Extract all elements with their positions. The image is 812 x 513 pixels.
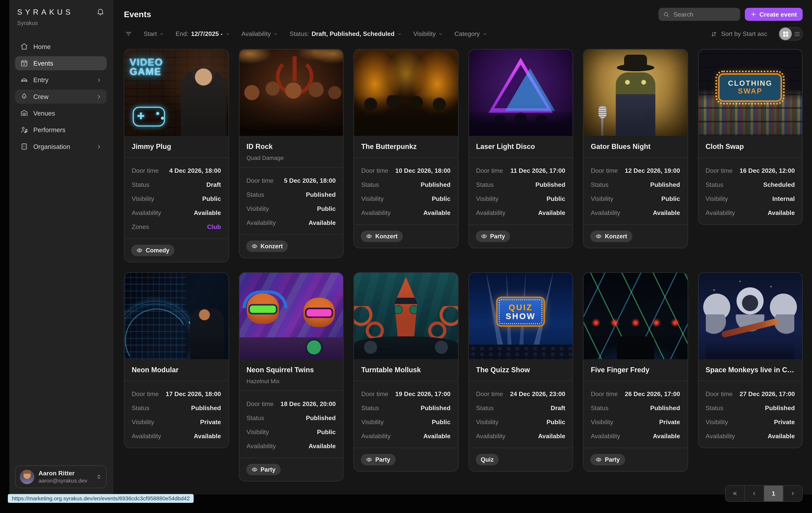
tag-eye-icon (137, 247, 143, 254)
availability-row: Availability Available (361, 209, 451, 217)
status-row: Status Published (361, 181, 451, 189)
event-card[interactable]: QUIZ SHOW The Quizz Show Door time 24 De… (468, 272, 573, 472)
search-input[interactable] (672, 10, 735, 19)
event-card[interactable]: ID Rock Quad Damage Door time 5 Dec 2026… (239, 49, 344, 258)
sidebar-item-venues[interactable]: Venues (15, 106, 107, 120)
event-subtitle: Quad Damage (246, 155, 336, 161)
field-label: Visibility (361, 419, 384, 426)
next-page-button[interactable] (783, 486, 802, 502)
tag-label: Party (490, 233, 505, 239)
event-card-header: Neon Modular (124, 360, 228, 381)
sidebar-item-label: Organisation (33, 143, 70, 150)
event-art-layer (706, 314, 794, 359)
sidebar-item-label: Home (33, 43, 51, 50)
grid-view-button[interactable] (779, 28, 792, 40)
field-value: Public (547, 195, 565, 203)
sidebar-item-home[interactable]: Home (15, 39, 107, 54)
filter-availability[interactable]: Availability (241, 30, 278, 37)
event-tag-footer: Konzert (583, 225, 687, 248)
search-box[interactable] (658, 8, 740, 21)
door-time-row: Door time 19 Dec 2026, 17:00 (361, 391, 451, 398)
field-label: Availability (361, 433, 391, 440)
field-value: Published (420, 181, 451, 189)
event-card[interactable]: Space Monkeys live in Conc... Door time … (698, 272, 803, 448)
status-row: Status Published (246, 191, 336, 198)
field-value: Available (768, 433, 795, 440)
field-value: Available (424, 209, 451, 217)
user-menu[interactable]: Aaron Ritter aaron@syrakus.dev (15, 465, 107, 488)
previous-page-button[interactable] (745, 486, 764, 502)
event-tag-footer: Quiz (469, 448, 573, 471)
event-card[interactable]: Laser Light Disco Door time 11 Dec 2026,… (468, 49, 573, 249)
field-label: Visibility (132, 419, 154, 426)
event-card[interactable]: VIDEO GAME Jimmy Plug Door time 4 Dec 20… (124, 49, 229, 262)
performer-icon (20, 126, 28, 134)
filter-start[interactable]: Start (144, 30, 164, 37)
event-details: Door time 24 Dec 2026, 23:00 Status Draf… (469, 381, 573, 448)
event-card[interactable]: Five Finger Fredy Door time 26 Dec 2026,… (583, 272, 688, 472)
topbar: Events Create event (113, 0, 812, 26)
door-time-row: Door time 27 Dec 2026, 17:00 (706, 391, 795, 398)
sidebar-item-label: Performers (33, 126, 65, 134)
field-label: Visibility (706, 419, 728, 426)
filter-lines-icon[interactable] (125, 30, 132, 37)
sidebar-item-crew[interactable]: Crew (15, 90, 107, 104)
event-art-layer (469, 112, 573, 136)
field-label: Door time (246, 177, 274, 184)
visibility-row: Visibility Public (476, 419, 565, 426)
sidebar-item-performers[interactable]: Performers (15, 123, 107, 137)
events-grid: VIDEO GAME Jimmy Plug Door time 4 Dec 20… (113, 46, 812, 482)
field-label: Status (132, 181, 149, 189)
filter-visibility[interactable]: Visibility (413, 30, 443, 37)
filter-category[interactable]: Category (455, 30, 487, 37)
first-page-button[interactable] (726, 486, 745, 502)
field-value: Published (191, 405, 221, 412)
field-label: Door time (361, 391, 388, 398)
field-label: Door time (132, 391, 159, 398)
field-label: Status (246, 415, 264, 422)
event-card[interactable]: Neon Squirrel Twins Hazelnut Mix Door ti… (239, 272, 344, 482)
event-card[interactable]: Turntable Mollusk Door time 19 Dec 2026,… (353, 272, 458, 472)
tag-eye-icon (596, 457, 602, 463)
status-row: Status Published (246, 415, 336, 422)
field-value: Scheduled (763, 181, 795, 189)
notification-bell-icon[interactable] (96, 8, 105, 16)
create-event-button[interactable]: Create event (745, 8, 803, 21)
tag-label: Konzert (261, 243, 283, 250)
field-value: 27 Dec 2026, 17:00 (740, 391, 795, 398)
availability-row: Availability Available (476, 433, 565, 440)
list-view-button[interactable] (792, 30, 802, 37)
tag-label: Konzert (605, 233, 627, 239)
category-tag: Party (361, 454, 396, 465)
event-card[interactable]: The Butterpunkz Door time 10 Dec 2026, 1… (353, 49, 458, 249)
event-details: Door time 4 Dec 2026, 18:00 Status Draft… (124, 158, 228, 238)
door-time-row: Door time 18 Dec 2026, 20:00 (246, 401, 336, 408)
door-time-row: Door time 16 Dec 2026, 12:00 (706, 167, 795, 174)
sort-control[interactable]: Sort by Start asc (711, 30, 767, 37)
availability-row: Availability Available (706, 433, 795, 440)
sidebar-item-events[interactable]: Events (15, 56, 107, 70)
event-card-header: Laser Light Disco (469, 136, 573, 158)
field-label: Door time (706, 391, 733, 398)
field-value: 26 Dec 2026, 17:00 (625, 391, 680, 398)
status-row: Status Draft (132, 181, 221, 189)
event-details: Door time 12 Dec 2026, 19:00 Status Publ… (583, 158, 687, 225)
event-card[interactable]: Gator Blues Night Door time 12 Dec 2026,… (583, 49, 688, 249)
zone-link[interactable]: Club (207, 224, 221, 231)
field-value: Available (653, 209, 680, 217)
field-value: 16 Dec 2026, 12:00 (740, 167, 795, 174)
event-card[interactable]: CLOTHING SWAP Cloth Swap Door time 16 De… (698, 49, 803, 225)
sidebar-item-organisation[interactable]: Organisation (15, 140, 107, 153)
event-card[interactable]: Neon Modular Door time 17 Dec 2026, 18:0… (124, 272, 229, 448)
field-value: Available (653, 433, 680, 440)
sidebar-item-entry[interactable]: Entry (15, 73, 107, 87)
visibility-row: Visibility Public (361, 195, 451, 203)
filter-end[interactable]: End: 12/7/2025 - (176, 30, 230, 37)
field-label: Availability (591, 433, 620, 440)
search-icon (663, 11, 669, 18)
page-number-button[interactable]: 1 (764, 486, 783, 502)
filter-status[interactable]: Status: Draft, Published, Scheduled (289, 30, 402, 37)
field-value: 17 Dec 2026, 18:00 (166, 391, 221, 398)
field-label: Status (132, 405, 149, 412)
status-row: Status Published (591, 181, 680, 189)
